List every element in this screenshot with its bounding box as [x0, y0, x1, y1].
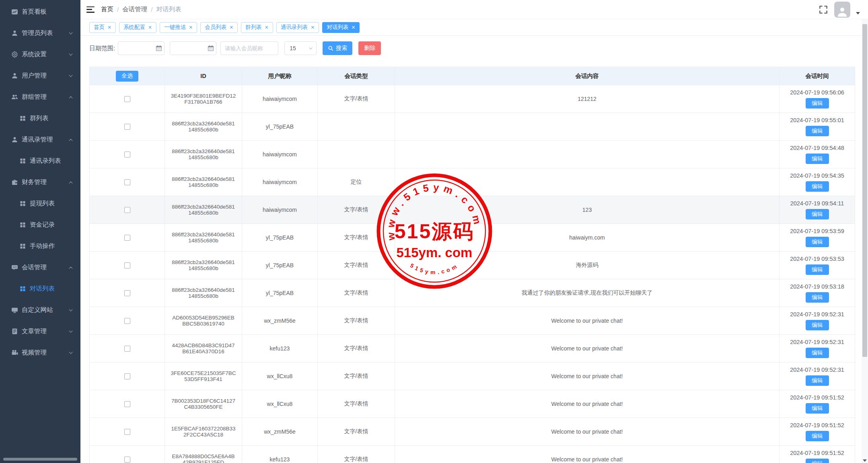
edit-button[interactable]: 编辑: [806, 209, 829, 219]
tab-contacts-list[interactable]: 通讯录列表 ×: [276, 22, 319, 33]
sidebar-item-withdraw-list[interactable]: 提现列表: [0, 193, 80, 214]
sidebar-item-session-mgmt[interactable]: 会话管理: [0, 257, 80, 278]
vertical-scrollbar-thumb[interactable]: [862, 24, 867, 357]
row-checkbox[interactable]: [124, 373, 130, 379]
close-icon[interactable]: ×: [189, 25, 193, 30]
page-size-select[interactable]: 15: [284, 41, 317, 55]
tab-dialog-list[interactable]: 对话列表 ×: [322, 22, 360, 33]
sidebar-item-dashboard[interactable]: 首页看板: [0, 1, 80, 23]
sidebar-item-funds-record[interactable]: 资金记录: [0, 214, 80, 236]
sidebar-item-group-mgmt[interactable]: 群组管理: [0, 86, 80, 108]
tab-group-list[interactable]: 群列表 ×: [241, 22, 273, 33]
sidebar-item-contacts-mgmt[interactable]: 通讯录管理: [0, 129, 80, 150]
cell-id: 4428ACB6D84B3C91D47B61E40A370D16: [165, 335, 242, 363]
tab-one-key-push[interactable]: 一键推送 ×: [160, 22, 197, 33]
cell-time: 2024-07-19 09:51:52: [790, 422, 844, 428]
row-checkbox[interactable]: [124, 179, 130, 185]
edit-button[interactable]: 编辑: [806, 98, 829, 109]
edit-button[interactable]: 编辑: [806, 237, 829, 247]
row-checkbox[interactable]: [124, 152, 130, 158]
cell-content: [395, 168, 780, 196]
breadcrumb-home[interactable]: 首页: [101, 5, 113, 14]
close-icon[interactable]: ×: [311, 25, 315, 30]
grid-icon: [19, 200, 26, 207]
hamburger-icon[interactable]: [86, 6, 95, 13]
cell-time: 2024-07-19 09:56:06: [790, 89, 844, 96]
fullscreen-icon[interactable]: [818, 4, 829, 15]
close-icon[interactable]: ×: [107, 25, 111, 30]
row-checkbox[interactable]: [124, 235, 130, 241]
cell-type: 文字/表情: [318, 390, 395, 418]
edit-button[interactable]: 编辑: [806, 459, 829, 463]
sidebar-item-article-mgmt[interactable]: 文章管理: [0, 321, 80, 342]
sidebar-item-label: 视频管理: [22, 348, 68, 357]
sidebar-item-video-mgmt[interactable]: 视频管理: [0, 342, 80, 363]
calendar-icon[interactable]: [156, 45, 162, 51]
close-icon[interactable]: ×: [148, 25, 152, 30]
cell-type: 文字/表情: [318, 418, 395, 446]
row-checkbox[interactable]: [124, 96, 130, 102]
sidebar-item-user-mgmt[interactable]: 用户管理: [0, 65, 80, 86]
cell-nickname: wx_zmM56e: [242, 418, 318, 446]
checkbox-cell: [90, 418, 165, 446]
sidebar-item-manual-op[interactable]: 手动操作: [0, 236, 80, 257]
cell-nickname: yl_75pEAB: [242, 113, 318, 141]
delete-button[interactable]: 删除: [358, 41, 381, 55]
sidebar-item-label: 财务管理: [22, 178, 68, 186]
grid-icon: [19, 158, 26, 165]
main-content: 首页 / 会话管理 / 对话列表 首页 × 系统配置 × 一键推送 × 会员列表…: [80, 0, 868, 463]
checkbox-cell: [90, 363, 165, 390]
row-checkbox[interactable]: [124, 429, 130, 435]
cell-time: 2024-07-19 09:54:11: [790, 200, 844, 207]
edit-button[interactable]: 编辑: [806, 375, 829, 386]
cell-content: [395, 141, 780, 168]
cell-time: 2024-07-19 09:52:31: [790, 367, 844, 373]
caret-down-icon[interactable]: [856, 12, 860, 14]
date-end-field: [170, 41, 216, 55]
edit-button[interactable]: 编辑: [806, 154, 829, 164]
row-checkbox[interactable]: [124, 318, 130, 324]
row-checkbox[interactable]: [124, 401, 130, 407]
sidebar-item-admin-list[interactable]: 管理员列表: [0, 23, 80, 44]
edit-button[interactable]: 编辑: [806, 264, 829, 275]
row-checkbox[interactable]: [124, 124, 130, 130]
edit-button[interactable]: 编辑: [806, 431, 829, 441]
sidebar-item-custom-site[interactable]: 自定义网站: [0, 299, 80, 321]
sidebar-item-group-list[interactable]: 群列表: [0, 108, 80, 129]
cell-nickname: haiwaiymcom: [242, 196, 318, 224]
nickname-input[interactable]: [220, 41, 278, 55]
edit-button[interactable]: 编辑: [806, 403, 829, 414]
edit-button[interactable]: 编辑: [806, 320, 829, 330]
search-button[interactable]: 搜索: [323, 41, 352, 55]
row-checkbox[interactable]: [124, 262, 130, 268]
topbar: 首页 / 会话管理 / 对话列表: [80, 0, 868, 19]
sidebar-item-dialog-list[interactable]: 对话列表: [0, 278, 80, 299]
tab-system-config[interactable]: 系统配置 ×: [119, 22, 156, 33]
cell-content: Welcome to our private chat!: [395, 363, 780, 390]
calendar-icon[interactable]: [208, 45, 214, 51]
close-icon[interactable]: ×: [351, 25, 355, 30]
row-checkbox[interactable]: [124, 290, 130, 296]
row-checkbox[interactable]: [124, 346, 130, 352]
scrollbar-down-arrow[interactable]: [863, 459, 867, 462]
tab-member-list[interactable]: 会员列表 ×: [200, 22, 238, 33]
row-checkbox[interactable]: [124, 457, 130, 463]
row-checkbox[interactable]: [124, 207, 130, 213]
edit-button[interactable]: 编辑: [806, 181, 829, 192]
edit-button[interactable]: 编辑: [806, 348, 829, 358]
chevron-up-icon: [68, 180, 73, 185]
sidebar-item-contacts-list[interactable]: 通讯录列表: [0, 150, 80, 172]
close-icon[interactable]: ×: [229, 25, 233, 30]
sidebar-item-label: 系统设置: [22, 50, 68, 59]
sidebar-horizontal-scrollbar[interactable]: [3, 458, 77, 461]
sidebar-item-finance-mgmt[interactable]: 财务管理: [0, 172, 80, 193]
tab-home[interactable]: 首页 ×: [89, 22, 116, 33]
close-icon[interactable]: ×: [265, 25, 269, 30]
edit-button[interactable]: 编辑: [806, 126, 829, 136]
edit-button[interactable]: 编辑: [806, 292, 829, 303]
sidebar-item-system-settings[interactable]: 系统设置: [0, 44, 80, 65]
cell-id: 3E4190F3E801E9BEFD12F31780A1B766: [165, 85, 242, 113]
select-all-button[interactable]: 全选: [116, 71, 138, 82]
avatar[interactable]: [834, 2, 850, 18]
search-button-label: 搜索: [336, 45, 347, 52]
